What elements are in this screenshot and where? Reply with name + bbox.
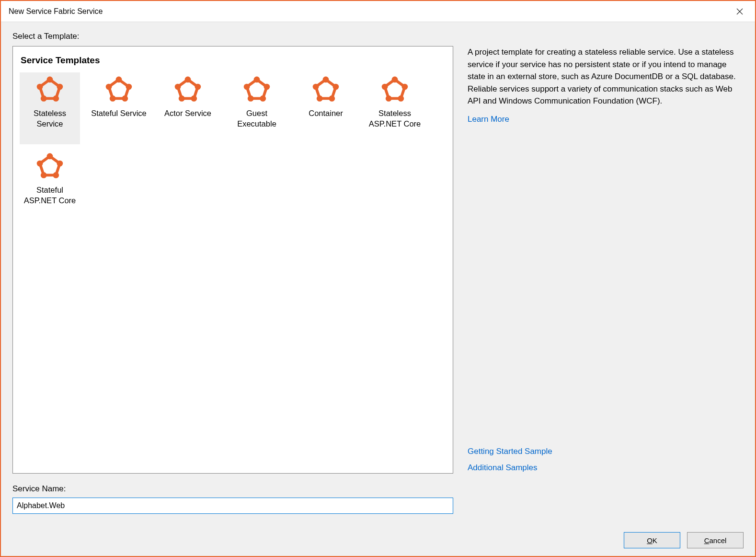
templates-panel: Service Templates Stateless ServiceState… [12, 46, 453, 474]
ok-button[interactable]: OK [624, 532, 680, 548]
templates-heading: Service Templates [21, 55, 445, 66]
template-label: Container [309, 108, 343, 118]
template-label: Stateless Service [21, 108, 79, 129]
service-fabric-icon [36, 76, 64, 104]
template-item[interactable]: Stateful Service [89, 72, 149, 144]
learn-more-link[interactable]: Learn More [468, 113, 744, 126]
getting-started-link[interactable]: Getting Started Sample [468, 445, 744, 458]
service-fabric-icon [312, 76, 340, 104]
template-item[interactable]: Guest Executable [227, 72, 287, 144]
additional-samples-link[interactable]: Additional Samples [468, 462, 744, 474]
close-icon [736, 8, 743, 15]
template-item[interactable]: Stateless Service [20, 72, 80, 144]
window-title: New Service Fabric Service [9, 7, 103, 16]
service-fabric-icon [36, 153, 64, 181]
cancel-button-label: Cancel [704, 536, 727, 545]
service-name-label: Service Name: [12, 484, 744, 494]
template-item[interactable]: Container [296, 72, 356, 144]
template-description: A project template for creating a statel… [468, 46, 744, 107]
template-label: Stateless ASP.NET Core [366, 108, 424, 129]
close-button[interactable] [732, 4, 747, 19]
template-label: Stateful ASP.NET Core [21, 185, 79, 206]
service-fabric-icon [105, 76, 133, 104]
service-name-input[interactable] [12, 498, 453, 514]
description-panel: A project template for creating a statel… [468, 46, 744, 474]
service-fabric-icon [243, 76, 271, 104]
service-fabric-icon [381, 76, 409, 104]
template-label: Actor Service [164, 108, 211, 118]
service-fabric-icon [174, 76, 202, 104]
ok-button-label: OK [647, 536, 657, 545]
template-item[interactable]: Stateless ASP.NET Core [365, 72, 425, 144]
select-template-label: Select a Template: [12, 32, 744, 41]
template-item[interactable]: Actor Service [158, 72, 218, 144]
template-label: Stateful Service [91, 108, 147, 118]
cancel-button[interactable]: Cancel [687, 532, 744, 548]
template-item[interactable]: Stateful ASP.NET Core [20, 149, 80, 221]
template-label: Guest Executable [228, 108, 286, 129]
